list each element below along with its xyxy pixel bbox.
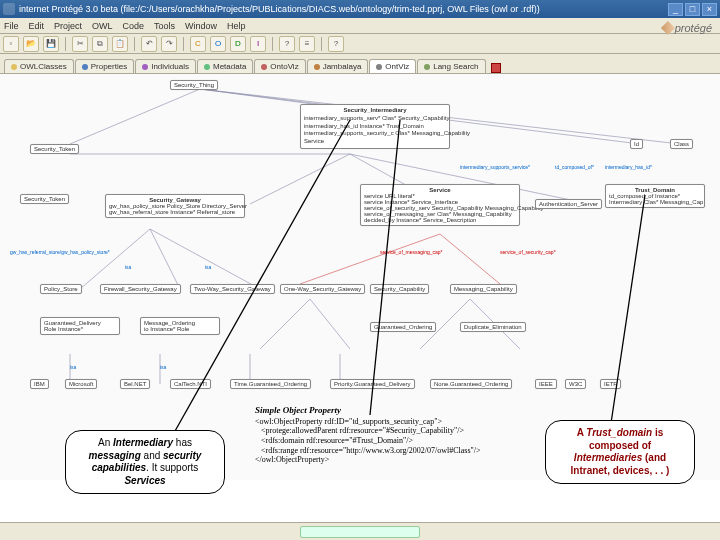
edge-isa: isa [70, 364, 76, 370]
tab-label: Individuals [151, 62, 189, 71]
edge-label-supports-service: intermediary_supports_service* [460, 164, 530, 170]
node-instance[interactable]: IETF [600, 379, 621, 389]
node-instance[interactable]: Time.Guaranteed_Ordering [230, 379, 311, 389]
tab-label: Metadata [213, 62, 246, 71]
node-security-token-2[interactable]: Security_Token [20, 194, 69, 204]
callout-text: An Intermediary has messaging and securi… [89, 437, 202, 486]
svg-line-9 [440, 234, 500, 284]
node-id[interactable]: Id [630, 139, 643, 149]
tab-properties[interactable]: Properties [75, 59, 134, 73]
toolbar-separator [65, 37, 66, 51]
node-instance[interactable]: IBM [30, 379, 49, 389]
cut-icon[interactable]: ✂ [72, 36, 88, 52]
menu-edit[interactable]: Edit [29, 21, 45, 31]
edge-label-gw-referral: gw_has_referral_store/gw_has_policy_stor… [10, 249, 110, 255]
node-message-ordering[interactable]: Message_Ordering io Instance* Role [140, 317, 220, 335]
edge-label-has-id: intermediary_has_id* [605, 164, 652, 170]
callout-intermediary: An Intermediary has messaging and securi… [65, 430, 225, 494]
help-icon[interactable]: ? [328, 36, 344, 52]
svg-line-11 [150, 229, 180, 289]
node-policy-store[interactable]: Policy_Store [40, 284, 82, 294]
toolbar-separator [134, 37, 135, 51]
close-button[interactable]: × [702, 3, 717, 16]
save-icon[interactable]: 💾 [43, 36, 59, 52]
open-icon[interactable]: 📂 [23, 36, 39, 52]
node-guaranteed-ordering[interactable]: Guaranteed_Ordering [370, 322, 436, 332]
svg-line-10 [80, 229, 150, 289]
edge-label-security-cap: service_of_security_cap* [500, 249, 556, 255]
tab-metadata[interactable]: Metadata [197, 59, 253, 73]
node-trust-domain[interactable]: Trust_Domain td_composed_of Instance* In… [605, 184, 705, 208]
copy-icon[interactable]: ⧉ [92, 36, 108, 52]
node-instance[interactable]: Microsoft [65, 379, 97, 389]
node-messaging-capability[interactable]: Messaging_Capability [450, 284, 517, 294]
statusbar [0, 522, 720, 540]
object-prop-icon[interactable]: O [210, 36, 226, 52]
protege-logo: protégé [663, 22, 712, 34]
node-guaranteed-delivery[interactable]: Guaranteed_Delivery Role Instance* [40, 317, 120, 335]
menu-tools[interactable]: Tools [154, 21, 175, 31]
node-instance[interactable]: Priority.Guaranteed_Delivery [330, 379, 415, 389]
node-instance[interactable]: IEEE [535, 379, 557, 389]
toolbar-separator [183, 37, 184, 51]
node-security-token[interactable]: Security_Token [30, 144, 79, 154]
node-duplicate-elimination[interactable]: Duplicate_Elimination [460, 322, 526, 332]
toolbar-separator [321, 37, 322, 51]
edge-isa: isa [125, 264, 131, 270]
menu-owl[interactable]: OWL [92, 21, 113, 31]
menu-help[interactable]: Help [227, 21, 246, 31]
node-instance[interactable]: CalTech.NTI [170, 379, 211, 389]
window-titlebar: internet Protégé 3.0 beta (file:/C:/User… [0, 0, 720, 18]
logo-text: protégé [675, 22, 712, 34]
data-prop-icon[interactable]: D [230, 36, 246, 52]
class-icon[interactable]: C [190, 36, 206, 52]
list-icon[interactable]: ≡ [299, 36, 315, 52]
callout-text: A Trust_domain is composed of Intermedia… [571, 427, 670, 476]
node-auth-server[interactable]: Authentication_Server [535, 199, 602, 209]
callout-trust-domain: A Trust_domain is composed of Intermedia… [545, 420, 695, 484]
query-icon[interactable]: ? [279, 36, 295, 52]
tab-label: Lang Search [433, 62, 478, 71]
tab-langsearch[interactable]: Lang Search [417, 59, 485, 73]
tab-jambalaya[interactable]: Jambalaya [307, 59, 369, 73]
node-instance[interactable]: None.Guaranteed_Ordering [430, 379, 512, 389]
tab-individuals[interactable]: Individuals [135, 59, 196, 73]
menu-file[interactable]: File [4, 21, 19, 31]
code-body: <owl:ObjectProperty rdf:ID="td_supports_… [255, 417, 530, 465]
node-security-thing[interactable]: Security_Thing [170, 80, 218, 90]
menu-window[interactable]: Window [185, 21, 217, 31]
window-controls: _ □ × [668, 3, 717, 16]
edge-isa: isa [160, 364, 166, 370]
tab-label: Properties [91, 62, 127, 71]
menu-project[interactable]: Project [54, 21, 82, 31]
node-two-way-gateway[interactable]: Two-Way_Security_Gateway [190, 284, 275, 294]
tab-ontoviz[interactable]: OntoViz [254, 59, 305, 73]
toolbar-separator [272, 37, 273, 51]
undo-icon[interactable]: ↶ [141, 36, 157, 52]
tab-owlclasses[interactable]: OWLClasses [4, 59, 74, 73]
minimize-button[interactable]: _ [668, 3, 683, 16]
node-instance[interactable]: W3C [565, 379, 586, 389]
node-security-gateway[interactable]: Security_Gateway gw_has_policy_store Pol… [105, 194, 245, 218]
node-security-capability[interactable]: Security_Capability [370, 284, 429, 294]
tab-ontviz[interactable]: OntViz [369, 59, 416, 73]
node-instance[interactable]: Bel.NET [120, 379, 150, 389]
new-doc-icon[interactable]: ▫ [3, 36, 19, 52]
node-firewall-gateway[interactable]: Firewall_Security_Gateway [100, 284, 181, 294]
code-simple-object-property: Simple Object Property <owl:ObjectProper… [255, 405, 530, 465]
svg-line-8 [300, 234, 440, 284]
node-class[interactable]: Class [670, 139, 693, 149]
tab-label: OWLClasses [20, 62, 67, 71]
redo-icon[interactable]: ↷ [161, 36, 177, 52]
window-title: internet Protégé 3.0 beta (file:/C:/User… [19, 4, 668, 14]
node-security-intermediary[interactable]: Security_Intermediary intermediary_suppo… [300, 104, 450, 149]
node-one-way-gateway[interactable]: One-Way_Security_Gateway [280, 284, 365, 294]
paste-icon[interactable]: 📋 [112, 36, 128, 52]
individual-icon[interactable]: I [250, 36, 266, 52]
stop-indicator-icon [491, 63, 501, 73]
menu-code[interactable]: Code [123, 21, 145, 31]
tab-label: OntoViz [270, 62, 298, 71]
maximize-button[interactable]: □ [685, 3, 700, 16]
node-service[interactable]: Service service URL literal* service Ins… [360, 184, 520, 226]
tabstrip: OWLClasses Properties Individuals Metada… [0, 54, 720, 74]
